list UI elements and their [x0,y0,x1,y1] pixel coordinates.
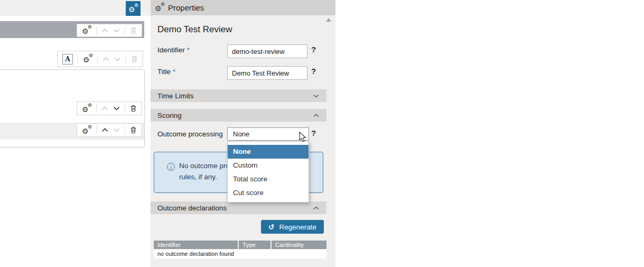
gears-icon: ⚙⚙ [155,3,164,12]
help-icon[interactable]: ? [311,67,316,76]
move-up-icon [101,106,108,111]
delete-icon [130,27,137,34]
help-icon[interactable]: ? [311,128,316,137]
panel-title: Properties [168,3,204,12]
regenerate-icon: ↺ [268,223,275,231]
info-message-text: No outcome pro rules, if any. [179,160,230,182]
move-up-icon[interactable] [101,128,108,132]
toolbar-divider [97,55,98,63]
table-header-cardinality: Cardinality [272,241,326,249]
properties-panel-header: ⚙⚙ Properties [151,0,335,15]
table-header-identifier: Identifier [154,241,238,249]
section-header-time-limits[interactable]: Time Limits [151,89,326,102]
gears-icon[interactable]: ⚙⚙ [82,26,91,35]
select-chevron-icon [299,133,304,141]
outcome-processing-label: Outcome processing [157,130,223,138]
item-toolbar: ⚙⚙ [77,123,142,137]
section-header-outcome-declarations[interactable]: Outcome declarations [151,201,326,214]
required-asterisk: * [187,46,190,54]
gears-icon[interactable]: ⚙⚙ [83,54,92,63]
test-editor-canvas: ⚙⚙ ⚙⚙ A ⚙⚙ ⚙⚙ ⚙⚙ [0,0,151,267]
outcome-declarations-table: Identifier Type Cardinality no outcome d… [154,241,326,259]
item-toolbar: ⚙⚙ [77,102,142,115]
toolbar-divider [96,126,97,134]
dropdown-option-none[interactable]: None [228,145,309,159]
required-asterisk: * [173,68,175,76]
help-icon[interactable]: ? [311,45,316,54]
toolbar-divider [96,104,97,113]
outcome-processing-select[interactable]: None [227,127,309,141]
dropdown-option-custom[interactable]: Custom [228,159,309,172]
toolbar-divider [125,126,125,134]
move-down-icon [113,29,120,33]
toolbar-divider [125,104,125,113]
title-input[interactable] [227,66,307,80]
move-down-icon [114,57,121,61]
page-title: Demo Test Review [157,24,232,35]
chevron-up-icon [313,206,319,210]
dropdown-option-total-score[interactable]: Total score [228,172,309,186]
properties-panel: ⚙⚙ Properties Demo Test Review Identifie… [151,0,335,267]
table-header-row: Identifier Type Cardinality [154,241,326,249]
toolbar-divider [126,55,126,63]
scroll-up-icon[interactable] [326,18,331,22]
section-toolbar: A ⚙⚙ [57,51,143,67]
toolbar-divider [125,26,125,35]
toolbar-divider [78,55,78,63]
delete-icon[interactable] [130,105,137,112]
section-header-scoring[interactable]: Scoring [151,109,326,122]
chevron-up-icon [313,114,319,117]
identifier-input[interactable] [227,44,307,58]
regenerate-button[interactable]: ↺ Regenerate [261,220,324,234]
test-settings-button[interactable]: ⚙⚙ [126,1,141,16]
toolbar-divider [96,26,97,35]
gears-icon[interactable]: ⚙⚙ [82,104,91,113]
gears-icon: ⚙⚙ [128,4,138,13]
delete-icon[interactable] [130,126,137,134]
title-label: Title* [157,68,175,76]
chevron-down-icon [313,94,319,98]
table-header-type: Type [239,241,270,249]
table-empty-row: no outcome declaration found [154,250,326,259]
identifier-label: Identifier* [157,46,190,54]
info-icon: i [167,163,175,171]
move-down-icon [113,128,120,132]
move-up-icon [101,29,108,33]
test-part-toolbar: ⚙⚙ [77,24,142,37]
delete-icon [131,56,138,63]
text-style-icon[interactable]: A [62,54,73,65]
outcome-processing-dropdown: None Custom Total score Cut score [227,141,309,202]
move-down-icon[interactable] [113,106,120,111]
dropdown-option-cut-score[interactable]: Cut score [228,186,309,200]
gears-icon[interactable]: ⚙⚙ [82,126,91,135]
move-up-icon [102,57,109,61]
